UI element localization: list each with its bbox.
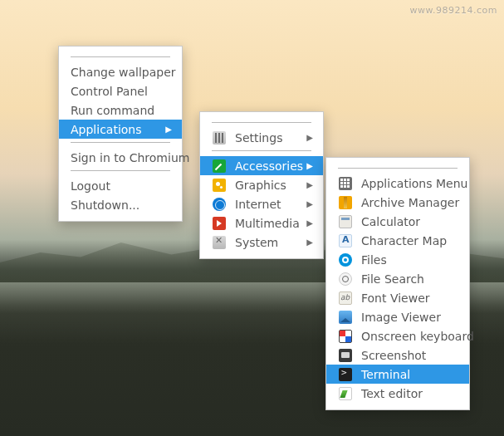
menu-item-label: File Search [361,272,459,286]
menu-item-label: Font Viewer [361,291,459,305]
menu-item-label: Settings [235,131,306,145]
menu-separator [71,142,170,143]
menu-item-label: Applications Menu [361,177,467,190]
desktop-context-menu: Change wallpaper Control Panel Run comma… [58,46,183,222]
menu-separator [71,56,170,57]
menu-item-label: Shutdown... [71,198,172,212]
image-icon [338,310,353,325]
menu-item-internet[interactable]: Internet ▶ [200,194,323,213]
submenu-arrow-icon: ▶ [306,133,313,142]
menu-item-files[interactable]: Files [326,250,469,269]
menu-separator [212,150,311,151]
menu-item-label: Change wallpaper [71,66,176,79]
menu-item-applications[interactable]: Applications ▶ [59,120,182,139]
submenu-arrow-icon: ▶ [306,180,313,189]
menu-item-image-viewer[interactable]: Image Viewer [326,307,469,326]
desktop[interactable]: www.989214.com Change wallpaper Control … [0,0,504,436]
watermark: www.989214.com [410,5,497,16]
menu-item-applications-menu[interactable]: Applications Menu [326,174,469,193]
accessories-submenu: Applications Menu Archive Manager Calcul… [325,157,470,410]
menu-item-onscreen-keyboard[interactable]: Onscreen keyboard [326,326,469,345]
menu-item-text-editor[interactable]: Text editor [326,384,469,403]
keyboard-icon [338,329,353,344]
menu-item-label: Applications [71,123,165,136]
menu-item-label: Character Map [361,234,459,247]
submenu-arrow-icon: ▶ [306,199,313,208]
menu-item-label: Sign in to Chromium [71,151,189,164]
menu-item-archive-manager[interactable]: Archive Manager [326,193,469,212]
submenu-arrow-icon: ▶ [306,238,313,247]
menu-separator [212,122,311,123]
submenu-arrow-icon: ▶ [306,218,313,228]
menu-item-file-search[interactable]: File Search [326,269,469,288]
menu-item-sign-in-chromium[interactable]: Sign in to Chromium [59,148,182,167]
settings-icon [212,130,227,145]
menu-item-label: Archive Manager [361,196,459,209]
menu-item-label: Control Panel [71,85,172,98]
font-icon [338,291,353,306]
menu-item-label: System [235,236,306,249]
system-icon [212,235,227,250]
terminal-icon [338,367,353,382]
internet-icon [212,197,227,212]
calculator-icon [338,214,353,229]
menu-item-label: Graphics [235,179,306,192]
menu-item-character-map[interactable]: Character Map [326,231,469,250]
menu-item-label: Accessories [235,159,306,173]
menu-item-label: Logout [71,179,172,193]
menu-item-logout[interactable]: Logout [59,176,182,195]
menu-item-control-panel[interactable]: Control Panel [59,81,182,100]
menu-item-calculator[interactable]: Calculator [326,212,469,231]
character-map-icon [338,233,353,248]
text-editor-icon [338,386,353,401]
menu-item-label: Text editor [361,387,459,400]
menu-item-label: Image Viewer [361,311,459,324]
menu-item-system[interactable]: System ▶ [200,233,323,252]
menu-item-label: Multimedia [235,217,306,230]
accessories-icon [212,159,227,174]
menu-item-terminal[interactable]: Terminal [326,365,469,384]
menu-item-label: Onscreen keyboard [361,330,474,343]
menu-item-multimedia[interactable]: Multimedia ▶ [200,213,323,233]
multimedia-icon [212,216,227,231]
menu-item-label: Files [361,253,459,267]
menu-item-settings[interactable]: Settings ▶ [200,128,323,147]
menu-separator [338,168,458,169]
archive-icon [338,195,353,210]
menu-item-run-command[interactable]: Run command [59,100,182,120]
applications-submenu: Settings ▶ Accessories ▶ Graphics ▶ Inte… [199,111,324,259]
menu-item-label: Screenshot [361,349,459,362]
grid-icon [338,176,353,191]
menu-item-shutdown[interactable]: Shutdown... [59,195,182,214]
menu-item-screenshot[interactable]: Screenshot [326,345,469,365]
menu-item-graphics[interactable]: Graphics ▶ [200,175,323,194]
menu-item-change-wallpaper[interactable]: Change wallpaper [59,62,182,81]
screenshot-icon [338,348,353,363]
menu-separator [71,170,170,171]
submenu-arrow-icon: ▶ [306,161,313,170]
menu-item-label: Calculator [361,215,459,228]
submenu-arrow-icon: ▶ [165,125,172,134]
menu-item-label: Terminal [361,368,459,381]
search-icon [338,272,353,287]
menu-item-accessories[interactable]: Accessories ▶ [200,156,323,175]
files-icon [338,252,353,267]
menu-item-label: Run command [71,104,172,117]
menu-item-font-viewer[interactable]: Font Viewer [326,288,469,307]
graphics-icon [212,178,227,193]
menu-item-label: Internet [235,198,306,211]
